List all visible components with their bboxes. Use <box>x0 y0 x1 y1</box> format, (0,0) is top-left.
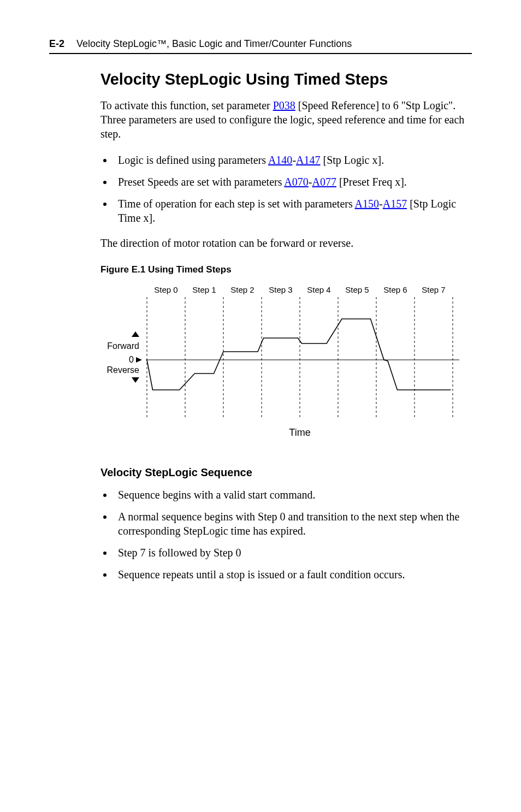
svg-text:Reverse: Reverse <box>106 365 139 375</box>
main-content: Velocity StepLogic Using Timed Steps To … <box>100 70 472 582</box>
svg-text:Step 7: Step 7 <box>422 285 445 294</box>
page: E-2 Velocity StepLogic™, Basic Logic and… <box>0 0 521 812</box>
header-divider <box>49 53 472 54</box>
link-a147[interactable]: A147 <box>296 154 320 166</box>
intro-paragraph: To activate this function, set parameter… <box>100 98 472 141</box>
seq-bullet-2: A normal sequence begins with Step 0 and… <box>114 509 472 538</box>
intro-text-pre: To activate this function, set parameter <box>100 99 273 111</box>
link-a157[interactable]: A157 <box>383 198 407 210</box>
link-p038[interactable]: P038 <box>273 99 295 111</box>
svg-text:Time: Time <box>289 427 310 438</box>
svg-text:Step 0: Step 0 <box>154 285 177 294</box>
running-header: E-2 Velocity StepLogic™, Basic Logic and… <box>49 38 472 50</box>
text: Time of operation for each step is set w… <box>118 198 355 210</box>
bullet-logic: Logic is defined using parameters A140-A… <box>114 153 472 167</box>
sequence-heading: Velocity StepLogic Sequence <box>100 466 472 479</box>
section-title: Velocity StepLogic Using Timed Steps <box>100 70 472 88</box>
svg-text:0: 0 <box>129 355 134 364</box>
running-title: Velocity StepLogic™, Basic Logic and Tim… <box>76 38 352 50</box>
text: Preset Speeds are set with parameters <box>118 176 284 188</box>
direction-note: The direction of motor rotation can be f… <box>100 236 472 250</box>
text: [Preset Freq x]. <box>336 176 407 188</box>
svg-text:Step 4: Step 4 <box>307 285 330 294</box>
dash: - <box>379 198 383 210</box>
text: [Stp Logic x]. <box>321 154 384 166</box>
timed-steps-chart: Step 0Step 1Step 2Step 3Step 4Step 5Step… <box>100 281 472 444</box>
link-a077[interactable]: A077 <box>312 176 336 188</box>
seq-bullet-3: Step 7 is followed by Step 0 <box>114 546 472 560</box>
seq-bullet-4: Sequence repeats until a stop is issued … <box>114 567 472 582</box>
seq-bullet-1: Sequence begins with a valid start comma… <box>114 488 472 502</box>
svg-marker-23 <box>132 377 139 383</box>
bullet-time: Time of operation for each step is set w… <box>114 197 472 225</box>
link-a140[interactable]: A140 <box>268 154 292 166</box>
svg-marker-21 <box>136 357 142 363</box>
svg-text:Step 3: Step 3 <box>269 285 292 294</box>
svg-marker-18 <box>132 331 139 337</box>
link-a070[interactable]: A070 <box>284 176 308 188</box>
svg-text:Step 5: Step 5 <box>345 285 369 294</box>
chart-svg: Step 0Step 1Step 2Step 3Step 4Step 5Step… <box>100 281 472 444</box>
bullet-preset: Preset Speeds are set with parameters A0… <box>114 175 472 189</box>
svg-text:Step 2: Step 2 <box>230 285 254 294</box>
text: Logic is defined using parameters <box>118 154 268 166</box>
figure-caption: Figure E.1 Using Timed Steps <box>100 264 472 275</box>
config-bullets: Logic is defined using parameters A140-A… <box>100 153 472 225</box>
svg-text:Forward: Forward <box>107 341 139 351</box>
svg-text:Step 6: Step 6 <box>383 285 407 294</box>
sequence-bullets: Sequence begins with a valid start comma… <box>100 488 472 582</box>
link-a150[interactable]: A150 <box>355 198 379 210</box>
page-number: E-2 <box>49 38 64 50</box>
svg-text:Step 1: Step 1 <box>192 285 216 294</box>
